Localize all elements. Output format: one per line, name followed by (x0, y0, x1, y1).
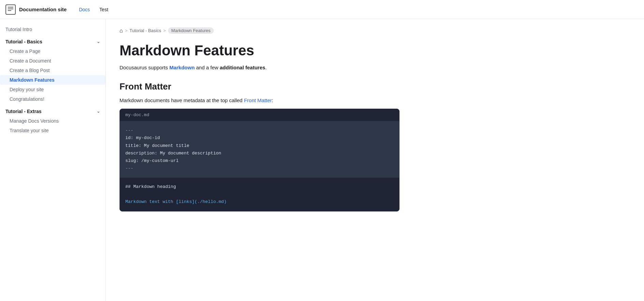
brand-label: Documentation site (19, 6, 67, 12)
sidebar-item-manage-docs[interactable]: Manage Docs Versions (0, 116, 106, 126)
navbar-links: Docs Test (75, 5, 112, 14)
chevron-down-icon-extras: ⌄ (97, 109, 100, 114)
sidebar-item-translate[interactable]: Translate your site (0, 126, 106, 135)
sidebar: Tutorial Intro Tutorial - Basics ⌄ Creat… (0, 19, 106, 301)
main-content: ⌂ > Tutorial - Basics > Markdown Feature… (106, 19, 644, 301)
home-icon[interactable]: ⌂ (120, 28, 123, 34)
navbar-link-test[interactable]: Test (95, 5, 112, 14)
code-line-6: --- (125, 165, 394, 172)
breadcrumb: ⌂ > Tutorial - Basics > Markdown Feature… (120, 27, 400, 34)
code-line-4: description: My document description (125, 150, 394, 157)
code-line-1: --- (125, 127, 394, 134)
code-block-frontmatter: --- id: my-doc-id title: My document tit… (120, 121, 399, 178)
layout: Tutorial Intro Tutorial - Basics ⌄ Creat… (0, 19, 644, 301)
intro-suffix: . (265, 65, 267, 70)
code-line-3: title: My document title (125, 142, 394, 150)
navbar-brand[interactable]: Documentation site (5, 4, 67, 15)
code-line-8: Markdown text with [links](./hello.md) (125, 198, 394, 206)
navbar: Documentation site Docs Test (0, 0, 644, 19)
sidebar-item-create-page[interactable]: Create a Page (0, 46, 106, 56)
intro-prefix: Docusaurus supports (120, 65, 169, 70)
front-matter-prefix: Markdown documents have metadata at the … (120, 97, 244, 103)
svg-rect-0 (6, 5, 15, 14)
code-block: my-doc.md --- id: my-doc-id title: My do… (120, 109, 400, 211)
sidebar-item-create-document[interactable]: Create a Document (0, 56, 106, 66)
sidebar-item-congratulations[interactable]: Congratulations! (0, 94, 106, 104)
intro-bold: additional features (220, 65, 265, 70)
breadcrumb-sep-1: > (125, 28, 128, 33)
sidebar-category-extras[interactable]: Tutorial - Extras ⌄ (0, 107, 106, 116)
breadcrumb-current: Markdown Features (168, 27, 214, 34)
front-matter-heading: Front Matter (120, 81, 400, 92)
content-area: ⌂ > Tutorial - Basics > Markdown Feature… (106, 19, 413, 240)
code-line-7: ## Markdown heading (125, 183, 394, 191)
sidebar-item-create-blog-post[interactable]: Create a Blog Post (0, 66, 106, 75)
navbar-link-docs[interactable]: Docs (75, 5, 94, 14)
sidebar-item-tutorial-intro[interactable]: Tutorial Intro (0, 25, 106, 34)
page-title: Markdown Features (120, 42, 400, 59)
front-matter-link[interactable]: Front Matter (244, 97, 272, 103)
code-line-2: id: my-doc-id (125, 134, 394, 142)
sidebar-item-deploy[interactable]: Deploy your site (0, 85, 106, 94)
intro-highlight[interactable]: Markdown (169, 65, 195, 70)
front-matter-description: Markdown documents have metadata at the … (120, 97, 400, 103)
code-line-5: slug: /my-custom-url (125, 157, 394, 165)
code-block-filename: my-doc.md (120, 109, 399, 121)
brand-icon (5, 4, 16, 15)
front-matter-suffix: : (272, 97, 273, 103)
intro-text: Docusaurus supports Markdown and a few a… (120, 65, 400, 70)
breadcrumb-sep-2: > (163, 28, 166, 33)
sidebar-category-basics[interactable]: Tutorial - Basics ⌄ (0, 37, 106, 46)
code-line-empty (125, 191, 394, 198)
breadcrumb-tutorial-basics[interactable]: Tutorial - Basics (129, 28, 161, 33)
sidebar-item-markdown-features[interactable]: Markdown Features (0, 75, 106, 85)
intro-middle: and a few (195, 65, 220, 70)
code-block-markdown: ## Markdown heading Markdown text with [… (120, 178, 399, 211)
chevron-down-icon: ⌄ (97, 39, 100, 44)
